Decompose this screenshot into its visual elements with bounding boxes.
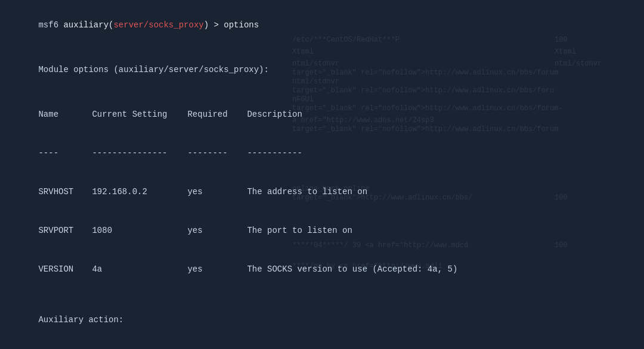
version-required: yes bbox=[187, 263, 247, 276]
srvhost-required: yes bbox=[187, 186, 247, 199]
header-prompt-line: msf6 auxiliary(server/socks_proxy) > opt… bbox=[8, 6, 636, 45]
version-name: VERSION bbox=[38, 263, 92, 276]
col-header-description: Description bbox=[247, 110, 302, 119]
srvhost-value: 192.168.0.2 bbox=[92, 186, 187, 199]
col-header-current: Current Setting bbox=[92, 108, 187, 121]
table-underlines: -------------------------------------- bbox=[8, 134, 636, 173]
col-header-name: Name bbox=[38, 108, 92, 121]
prompt-module: auxiliary( bbox=[58, 20, 113, 30]
srvport-name: SRVPORT bbox=[38, 225, 92, 238]
prompt-prefix: msf6 bbox=[38, 20, 58, 30]
module-options-heading: Module options (auxiliary/server/socks_p… bbox=[8, 51, 636, 89]
col-header-required: Required bbox=[187, 108, 247, 121]
srvport-value: 1080 bbox=[92, 225, 187, 238]
version-value: 4a bbox=[92, 263, 187, 276]
action-table-headers: NameDescription bbox=[8, 346, 636, 350]
underline-current: --------------- bbox=[92, 147, 187, 160]
version-desc: The SOCKS version to use (Accepted: 4a, … bbox=[247, 264, 457, 274]
main-content: msf6 auxiliary(server/socks_proxy) > opt… bbox=[8, 6, 636, 349]
underline-name: ---- bbox=[38, 147, 92, 160]
table-row-version: VERSION4ayesThe SOCKS version to use (Ac… bbox=[8, 250, 636, 289]
srvhost-name: SRVHOST bbox=[38, 186, 92, 199]
underline-description: ----------- bbox=[247, 148, 302, 158]
srvport-desc: The port to listen on bbox=[247, 226, 352, 235]
auxiliary-action-heading: Auxiliary action: bbox=[8, 301, 636, 339]
table-headers: NameCurrent SettingRequiredDescription bbox=[8, 95, 636, 134]
srvhost-desc: The address to listen on bbox=[247, 187, 367, 197]
table-row-srvport: SRVPORT1080yesThe port to listen on bbox=[8, 211, 636, 250]
underline-required: -------- bbox=[187, 147, 247, 160]
module-name-header: server/socks_proxy bbox=[113, 20, 203, 30]
table-row-srvhost: SRVHOST192.168.0.2yesThe address to list… bbox=[8, 173, 636, 211]
terminal-window: /etc/***CentOS/RedHat***PXtamlntml/stdnv… bbox=[0, 0, 644, 349]
prompt-suffix: ) > options bbox=[204, 20, 259, 30]
srvport-required: yes bbox=[187, 225, 247, 238]
